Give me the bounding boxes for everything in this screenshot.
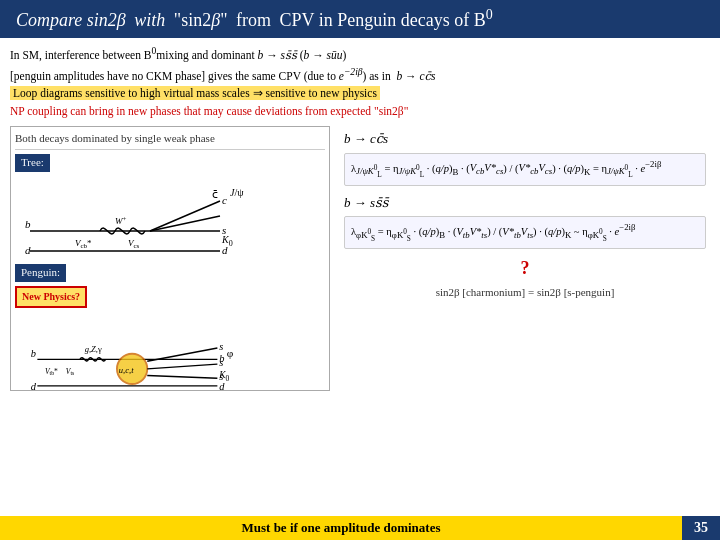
question-mark: ? xyxy=(344,255,706,281)
sm-line: In SM, interference between B0mixing and… xyxy=(10,44,710,64)
svg-text:Vcb*: Vcb* xyxy=(75,238,92,250)
formula-spenguin: λφK0S = ηφK0S · (q/p)B · (VtbV*ts) / (V*… xyxy=(344,216,706,249)
np-coupling-line: NP coupling can bring in new phases that… xyxy=(10,103,710,120)
svg-line-29 xyxy=(147,364,217,369)
decay-ccbars-label: b → cc̄s xyxy=(344,130,706,149)
svg-line-12 xyxy=(150,216,220,231)
svg-text:s: s xyxy=(219,371,223,382)
svg-text:c̄: c̄ xyxy=(212,188,218,200)
penguin-ckm-line: [penguin amplitudes have no CKM phase] g… xyxy=(10,65,710,85)
svg-text:c: c xyxy=(222,194,227,206)
penguin-diagram: New Physics? b b u,c,t xyxy=(15,286,325,386)
content-area: In SM, interference between B0mixing and… xyxy=(0,38,720,394)
bottom-bar: Must be if one amplitude dominates 35 xyxy=(0,516,720,540)
loop-line: Loop diagrams sensitive to high virtual … xyxy=(10,85,710,102)
tree-diagram: b Vcb* W+ Vcs s d d xyxy=(15,176,325,256)
header: Compare sin2β with "sin2β" from CPV in P… xyxy=(0,0,720,38)
header-text: Compare sin2β with "sin2β" from CPV in P… xyxy=(16,6,493,32)
svg-text:d: d xyxy=(31,381,37,392)
svg-text:W+: W+ xyxy=(115,215,127,226)
panel-header-text: Both decays dominated by single weak pha… xyxy=(15,131,325,150)
svg-text:φ: φ xyxy=(227,348,234,360)
svg-text:Vcs: Vcs xyxy=(128,238,140,250)
svg-text:g,Z,γ: g,Z,γ xyxy=(85,344,102,354)
svg-line-11 xyxy=(150,201,220,231)
svg-text:s: s xyxy=(219,357,223,368)
svg-text:d: d xyxy=(25,244,31,256)
must-be-box: Must be if one amplitude dominates xyxy=(0,516,682,540)
page: Compare sin2β with "sin2β" from CPV in P… xyxy=(0,0,720,540)
decay-ssbars-label: b → ss̄s̄ xyxy=(344,194,706,213)
svg-text:Vts: Vts xyxy=(66,367,74,377)
two-column-layout: Both decays dominated by single weak pha… xyxy=(10,126,710,391)
new-physics-box: New Physics? xyxy=(15,286,87,309)
svg-text:b: b xyxy=(31,348,36,359)
page-number: 35 xyxy=(682,516,720,540)
formula-charmonium: λJ/ψK0L = ηJ/ψK0L · (q/p)B · (VcbV*cs) /… xyxy=(344,153,706,186)
svg-text:s: s xyxy=(219,341,223,352)
penguin-label: Penguin: xyxy=(15,264,66,282)
svg-text:u,c,t: u,c,t xyxy=(119,365,134,375)
svg-text:Vtb*: Vtb* xyxy=(45,367,58,377)
svg-text:J/ψ: J/ψ xyxy=(230,187,244,198)
left-diagram-panel: Both decays dominated by single weak pha… xyxy=(10,126,330,391)
right-panel: b → cc̄s λJ/ψK0L = ηJ/ψK0L · (q/p)B · (V… xyxy=(340,126,710,391)
svg-text:d: d xyxy=(219,381,225,392)
svg-line-30 xyxy=(147,376,217,379)
sin2b-equation: sin2β [charmonium] = sin2β [s-penguin] xyxy=(344,285,706,301)
tree-label: Tree: xyxy=(15,154,50,172)
svg-text:b: b xyxy=(25,218,31,230)
svg-text:d: d xyxy=(222,244,228,256)
